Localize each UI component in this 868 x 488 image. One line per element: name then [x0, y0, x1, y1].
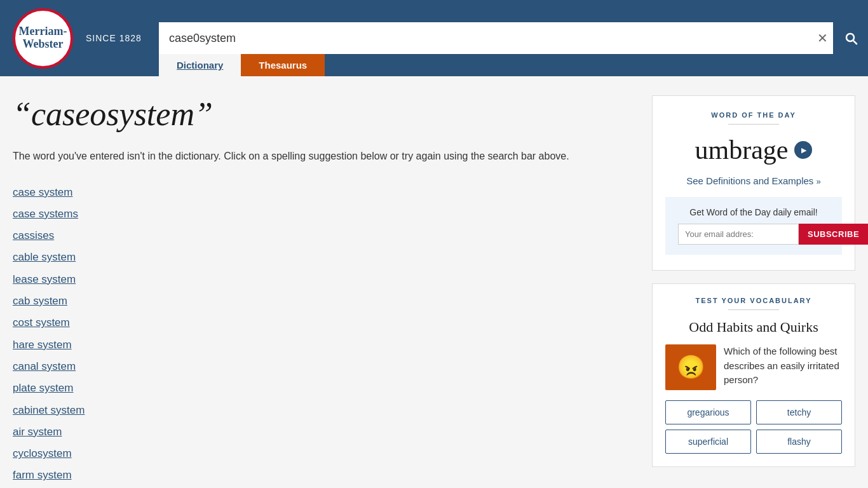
suggestion-link-1[interactable]: case system [13, 186, 72, 198]
site-header: Merriam- Webster SINCE 1828 GAMES & QUIZ… [0, 0, 868, 76]
wotd-see-more-link[interactable]: See Definitions and Examples » [686, 175, 821, 186]
since-label: SINCE 1828 [86, 33, 142, 43]
suggestion-link-13[interactable]: cyclosystem [13, 447, 72, 459]
vocab-option-superficial[interactable]: superficial [665, 430, 751, 454]
suggestion-link-5[interactable]: lease system [13, 273, 76, 285]
list-item: lease system [13, 269, 633, 290]
vocab-option-tetchy[interactable]: tetchy [756, 400, 842, 424]
header-top: Merriam- Webster SINCE 1828 GAMES & QUIZ… [0, 0, 868, 76]
list-item: cost system [13, 313, 633, 333]
list-item: cable system [13, 247, 633, 268]
search-icon [843, 30, 858, 46]
vocab-image-area: 😠 Which of the following best describes … [665, 344, 842, 390]
logo-text: Merriam- Webster [19, 25, 67, 51]
logo-area[interactable]: Merriam- Webster SINCE 1828 [13, 8, 142, 69]
vocab-title: Odd Habits and Quirks [665, 319, 842, 336]
list-item: farm system [13, 465, 633, 485]
list-item: cyclosystem [13, 444, 633, 464]
suggestion-link-4[interactable]: cable system [13, 251, 76, 263]
vocab-divider [728, 309, 779, 310]
search-tabs: Dictionary Thesaurus [159, 54, 868, 76]
search-submit-button[interactable] [833, 22, 868, 54]
email-section: Get Word of the Day daily email! SUBSCRI… [665, 197, 842, 255]
list-item: cassises [13, 226, 633, 246]
email-prompt-label: Get Word of the Day daily email! [678, 207, 829, 217]
vocab-emoji: 😠 [677, 354, 705, 381]
sidebar: WORD OF THE DAY umbrage See Definitions … [652, 95, 855, 488]
email-input[interactable] [678, 224, 799, 245]
vocab-option-flashy[interactable]: flashy [756, 430, 842, 454]
list-item: cabinet system [13, 400, 633, 421]
suggestion-link-2[interactable]: case systems [13, 208, 78, 220]
suggestion-link-14[interactable]: farm system [13, 469, 72, 481]
wotd-label: WORD OF THE DAY [665, 111, 842, 119]
email-form: SUBSCRIBE [678, 224, 829, 245]
tab-dictionary[interactable]: Dictionary [159, 54, 241, 76]
suggestion-link-9[interactable]: canal system [13, 360, 76, 372]
list-item: plate system [13, 378, 633, 398]
search-input[interactable] [159, 32, 812, 45]
list-item: canal system [13, 356, 633, 377]
main-container: caseosystem The word you've entered isn'… [0, 76, 868, 488]
suggestion-link-8[interactable]: hare system [13, 339, 72, 351]
search-clear-button[interactable]: ✕ [812, 25, 833, 51]
page-title: caseosystem [13, 95, 633, 133]
vocab-card: TEST YOUR VOCABULARY Odd Habits and Quir… [652, 283, 855, 467]
suggestion-link-12[interactable]: air system [13, 426, 62, 438]
list-item: case system [13, 182, 633, 203]
search-bar: ✕ [159, 22, 868, 54]
wotd-word: umbrage [665, 135, 842, 165]
vocab-image: 😠 [665, 344, 716, 390]
list-item: air system [13, 422, 633, 442]
vocab-options: gregarious tetchy superficial flashy [665, 400, 842, 454]
subscribe-button[interactable]: SUBSCRIBE [799, 224, 868, 245]
suggestion-link-6[interactable]: cab system [13, 295, 67, 307]
wotd-word-text: umbrage [695, 135, 789, 165]
audio-play-button[interactable] [794, 141, 812, 159]
suggestion-link-11[interactable]: cabinet system [13, 404, 85, 416]
wotd-divider [728, 124, 779, 125]
tab-thesaurus[interactable]: Thesaurus [241, 54, 325, 76]
wotd-card: WORD OF THE DAY umbrage See Definitions … [652, 95, 855, 271]
not-found-message: The word you've entered isn't in the dic… [13, 148, 633, 165]
suggestion-link-3[interactable]: cassises [13, 229, 54, 241]
vocab-label: TEST YOUR VOCABULARY [665, 297, 842, 304]
suggestions-list: case system case systems cassises cable … [13, 182, 633, 488]
logo-circle: Merriam- Webster [13, 8, 73, 69]
suggestion-link-7[interactable]: cost system [13, 316, 70, 329]
search-area: ✕ Dictionary Thesaurus [159, 22, 868, 76]
see-more-arrow: » [817, 177, 821, 186]
list-item: cab system [13, 291, 633, 311]
list-item: hare system [13, 335, 633, 355]
suggestion-link-10[interactable]: plate system [13, 382, 73, 394]
vocab-question: Which of the following best describes an… [724, 344, 842, 388]
content-area: caseosystem The word you've entered isn'… [13, 95, 633, 488]
vocab-option-gregarious[interactable]: gregarious [665, 400, 751, 424]
list-item: case systems [13, 204, 633, 224]
